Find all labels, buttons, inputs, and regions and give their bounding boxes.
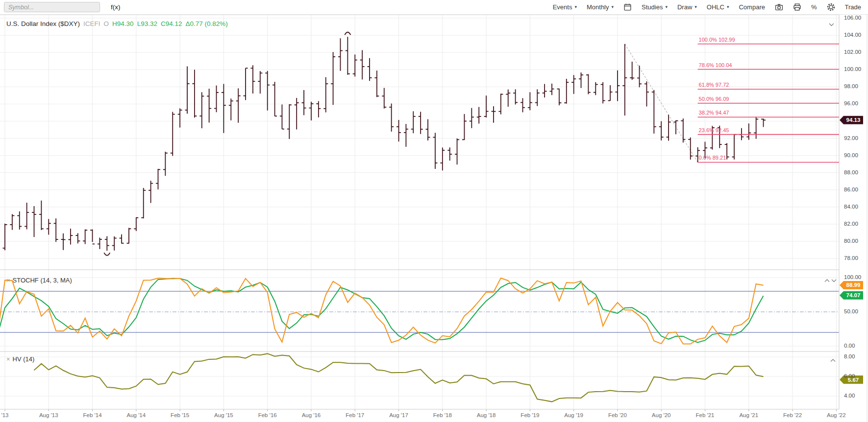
draw-label: Draw <box>677 3 692 11</box>
percent-scale-button[interactable]: % <box>811 3 817 11</box>
main-pane-menu-chevron-icon[interactable] <box>829 23 834 26</box>
hv-tag: 5.67 <box>848 377 859 383</box>
trade-button[interactable]: Trade <box>845 3 861 11</box>
events-label: Events <box>553 3 572 11</box>
last-price-tag: 94.13 <box>846 117 861 123</box>
studies-menu[interactable]: Studies ▾ <box>642 3 668 11</box>
studies-label: Studies <box>642 3 663 11</box>
caret-down-icon: ▾ <box>727 5 729 9</box>
symbol-input[interactable] <box>4 2 100 12</box>
caret-down-icon: ▾ <box>612 5 614 9</box>
stoch-k-tag: 88.99 <box>846 282 861 288</box>
printer-icon[interactable] <box>793 3 801 11</box>
hv-pane-collapse-chevron-icon[interactable] <box>831 359 835 362</box>
toolbar: f(x) Events ▾ Monthly ▾ Studies ▾ Draw ▾… <box>0 0 868 15</box>
stoch-pane-menu-chevron-icon[interactable] <box>832 280 836 282</box>
chart-type-label: OHLC <box>707 3 724 11</box>
chart-type-menu[interactable]: OHLC ▾ <box>707 3 729 11</box>
caret-down-icon: ▾ <box>665 5 668 9</box>
timeframe-label: Monthly <box>587 3 609 11</box>
fx-button[interactable]: f(x) <box>111 3 121 11</box>
chart-canvas[interactable]: 94.1388.9974.075.67 <box>0 0 868 422</box>
percent-label: % <box>811 3 817 11</box>
stoch-ma-tag: 74.07 <box>846 292 861 298</box>
caret-down-icon: ▾ <box>694 5 697 9</box>
compare-button[interactable]: Compare <box>739 3 765 11</box>
calendar-icon[interactable] <box>623 3 632 11</box>
trade-label: Trade <box>845 3 861 11</box>
timeframe-menu[interactable]: Monthly ▾ <box>587 3 614 11</box>
compare-label: Compare <box>739 3 765 11</box>
camera-icon[interactable] <box>775 3 783 11</box>
charting-app: f(x) Events ▾ Monthly ▾ Studies ▾ Draw ▾… <box>0 0 868 422</box>
gear-icon[interactable] <box>827 3 835 11</box>
stoch-pane-collapse-chevron-icon[interactable] <box>825 280 829 282</box>
draw-menu[interactable]: Draw ▾ <box>677 3 697 11</box>
caret-down-icon: ▾ <box>574 5 577 9</box>
events-menu[interactable]: Events ▾ <box>553 3 577 11</box>
